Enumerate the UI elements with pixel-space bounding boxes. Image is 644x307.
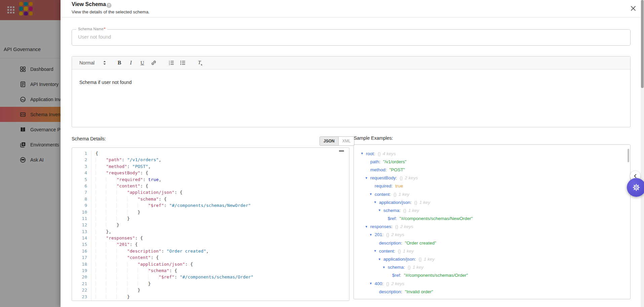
tree-colon: : <box>400 273 401 278</box>
tree-key: 201 <box>375 232 382 237</box>
code-text: "schema": { <box>91 268 177 274</box>
code-text: }, <box>91 229 111 235</box>
line-number: 20 <box>72 274 91 281</box>
tree-meta: 1 key <box>419 200 430 205</box>
tree-collapse-icon[interactable]: ▼ <box>374 249 379 253</box>
required-asterisk: * <box>104 27 105 31</box>
format-selector[interactable]: Normal <box>79 60 107 65</box>
toggle-xml-button[interactable]: XML <box>339 136 355 146</box>
svg-text:?: ? <box>108 4 110 7</box>
tree-row: ▼schema:{}1 key <box>354 206 630 214</box>
tree-key: application/json <box>383 257 415 262</box>
description-text[interactable]: Schema if user not found <box>72 70 630 127</box>
tree-meta: 2 keys <box>391 281 404 286</box>
code-line: 3 "method": "POST", <box>72 164 349 170</box>
code-text: { <box>91 151 98 157</box>
tree-collapse-icon[interactable]: ▼ <box>374 201 379 204</box>
bold-button[interactable]: B <box>115 58 124 67</box>
format-toggle-group: JSON XML <box>319 136 354 146</box>
tree-row: ▼application/json:{}1 key <box>354 198 630 206</box>
code-text: "application/json": { <box>91 262 193 268</box>
tree-colon: : <box>401 240 402 246</box>
tree-colon: : <box>382 232 384 237</box>
tree-collapse-icon[interactable]: ▼ <box>378 209 383 212</box>
code-line: 13 }, <box>72 229 349 235</box>
page-scrollbar <box>641 0 644 307</box>
tree-value: "POST" <box>389 167 405 172</box>
code-text: "content": { <box>91 255 159 261</box>
tree-meta: 1 key <box>424 257 434 262</box>
ordered-list-button[interactable]: 123 <box>166 58 176 67</box>
link-button[interactable] <box>149 58 158 67</box>
tree-brace: {} <box>408 265 411 270</box>
tree-meta: 1 key <box>408 208 419 213</box>
page-scrollbar-thumb[interactable] <box>641 0 644 88</box>
bullet-list-button[interactable] <box>178 58 187 67</box>
line-number: 5 <box>72 177 91 183</box>
tree-collapse-icon[interactable]: ▼ <box>378 258 383 261</box>
tree-row: method:"POST" <box>354 166 630 174</box>
tree-row: ▼201:{}2 keys <box>354 231 630 239</box>
italic-button[interactable]: I <box>126 58 136 67</box>
modal-title: View Schema <box>72 1 106 7</box>
tree-row: ▼400:{}2 keys <box>354 279 630 288</box>
clear-formatting-button[interactable]: Tx <box>195 58 205 67</box>
code-text: "requestBody": { <box>91 170 148 177</box>
tree-collapse-icon[interactable]: ▼ <box>361 152 366 155</box>
header-divider <box>61 17 641 17</box>
tree-collapse-icon[interactable]: ▼ <box>369 282 375 285</box>
schema-details-label: Schema Details: <box>72 136 106 141</box>
underline-button[interactable]: U <box>138 58 147 67</box>
close-icon[interactable] <box>630 5 637 12</box>
code-line: 1{ <box>72 151 349 157</box>
line-number: 12 <box>72 222 91 229</box>
schema-code-editor[interactable]: 1{2 "path": "/v1/orders",3 "method": "PO… <box>72 147 349 301</box>
tree-key: content <box>379 249 394 254</box>
tree-colon: : <box>391 224 392 229</box>
tree-brace: {} <box>403 208 406 213</box>
schema-name-label: Schema Name* <box>76 27 107 31</box>
bug-report-button[interactable] <box>627 178 644 197</box>
line-number: 6 <box>72 183 91 190</box>
minus-fold-icon[interactable] <box>339 150 344 151</box>
tree-collapse-icon[interactable]: ▼ <box>365 176 370 180</box>
tree-colon: : <box>401 289 402 294</box>
tree-row: ▼content:{}1 key <box>354 247 630 255</box>
code-text: "description": "Order created", <box>91 249 209 255</box>
toggle-json-button[interactable]: JSON <box>319 136 339 146</box>
tree-meta: 2 keys <box>405 175 418 180</box>
line-number: 8 <box>72 196 91 203</box>
format-selector-value: Normal <box>79 60 94 65</box>
tree-row: ▼schema:{}1 key <box>354 263 630 271</box>
tree-row: required:true <box>354 182 630 190</box>
tree-collapse-icon[interactable]: ▼ <box>369 192 375 196</box>
tree-key: requestBody <box>370 175 396 180</box>
tree-collapse-icon[interactable]: ▼ <box>382 266 388 269</box>
tree-brace: {} <box>398 249 401 254</box>
code-text: "responses": { <box>91 235 143 242</box>
tree-meta: 1 key <box>413 265 423 270</box>
line-number: 2 <box>72 157 91 164</box>
tree-value: true <box>395 183 403 188</box>
tree-value: "Invalid order" <box>405 289 433 294</box>
tree-meta: 2 keys <box>400 224 413 229</box>
tree-key: root <box>366 151 374 156</box>
tree-row: description:"Order created" <box>354 239 630 247</box>
tree-row: ▼application/json:{}1 key <box>354 255 630 263</box>
tree-collapse-icon[interactable]: ▼ <box>369 233 375 236</box>
help-circle-icon[interactable]: ? <box>106 3 112 8</box>
code-text: "$ref": "#/components/schemas/Order" <box>91 274 254 281</box>
tree-key: schema <box>383 208 399 213</box>
tree-brace: {} <box>414 200 417 205</box>
schema-name-field[interactable]: Schema Name* User not found <box>72 29 631 46</box>
tree-colon: : <box>395 216 397 221</box>
tree-row: $ref:"#/components/schemas/NewOrder" <box>354 215 630 223</box>
tree-collapse-icon[interactable]: ▼ <box>365 225 370 228</box>
line-number: 7 <box>72 190 91 196</box>
panel-scrollbar-thumb[interactable] <box>628 149 629 162</box>
code-line: 15 "201": { <box>72 242 349 248</box>
code-text: } <box>91 210 140 216</box>
tree-colon: : <box>394 249 395 254</box>
code-line: 17 "content": { <box>72 255 349 261</box>
code-line: 4 "requestBody": { <box>72 170 349 177</box>
